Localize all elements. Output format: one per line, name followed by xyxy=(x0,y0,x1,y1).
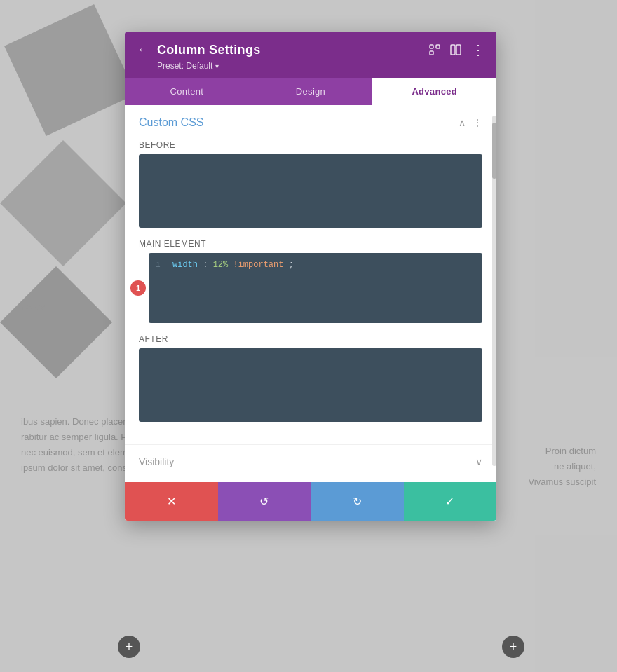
panel-tabs: Content Design Advanced xyxy=(125,78,496,105)
undo-icon: ↺ xyxy=(259,495,269,508)
visibility-header[interactable]: Visibility ∨ xyxy=(139,456,482,467)
css-semicolon: ; xyxy=(289,260,294,270)
panel-body: Custom CSS ∧ ⋮ Before Main Element 1 xyxy=(125,105,496,521)
svg-rect-2 xyxy=(430,51,433,55)
custom-css-section: Custom CSS ∧ ⋮ Before Main Element 1 xyxy=(125,105,496,445)
before-field-group: Before xyxy=(139,140,482,228)
more-options-icon[interactable]: ⋮ xyxy=(471,41,485,58)
panel-header-top: ← Column Settings ⋮ xyxy=(136,41,485,58)
visibility-chevron-icon: ∨ xyxy=(475,456,482,467)
visibility-section: Visibility ∨ xyxy=(125,445,496,479)
cancel-button[interactable]: ✕ xyxy=(125,482,218,521)
code-line-1: 1 width : 12% !important ; xyxy=(156,260,475,270)
main-element-label: Main Element xyxy=(139,239,482,249)
action-bar: ✕ ↺ ↻ ✓ xyxy=(125,482,496,521)
split-view-icon[interactable] xyxy=(450,44,461,55)
panel-title: Column Settings xyxy=(157,43,261,57)
notification-badge: 1 xyxy=(130,280,146,296)
tab-content[interactable]: Content xyxy=(125,78,249,105)
preset-arrow-icon: ▾ xyxy=(215,62,219,70)
css-colon: : xyxy=(203,260,212,270)
css-important: !important xyxy=(233,260,283,270)
tab-advanced[interactable]: Advanced xyxy=(372,78,496,105)
after-label: After xyxy=(139,334,482,344)
scrollbar-thumb xyxy=(492,123,496,179)
after-editor[interactable] xyxy=(139,348,482,422)
main-element-editor[interactable]: 1 width : 12% !important ; xyxy=(149,253,482,323)
tab-design[interactable]: Design xyxy=(249,78,373,105)
preset-label: Preset: Default xyxy=(157,61,212,71)
preset-selector[interactable]: Preset: Default ▾ xyxy=(136,61,485,71)
line-number: 1 xyxy=(156,260,164,269)
add-left-button[interactable]: + xyxy=(118,636,140,658)
add-right-button[interactable]: + xyxy=(502,636,524,658)
css-value: 12% xyxy=(213,260,229,270)
panel-title-area: ← Column Settings xyxy=(136,43,261,57)
after-field-group: After xyxy=(139,334,482,422)
expand-icon[interactable] xyxy=(429,44,440,55)
back-button[interactable]: ← xyxy=(136,43,150,57)
visibility-title: Visibility xyxy=(139,456,174,467)
svg-rect-4 xyxy=(456,45,461,55)
main-element-field-group: Main Element 1 1 width : 12% !important … xyxy=(139,239,482,323)
section-title: Custom CSS xyxy=(139,116,203,129)
panel-header: ← Column Settings ⋮ xyxy=(125,32,496,78)
add-right-icon: + xyxy=(510,640,517,654)
panel-scrollbar[interactable] xyxy=(492,116,496,466)
collapse-section-icon[interactable]: ∧ xyxy=(459,117,466,128)
before-label: Before xyxy=(139,140,482,150)
section-header: Custom CSS ∧ ⋮ xyxy=(139,116,482,129)
undo-button[interactable]: ↺ xyxy=(218,482,311,521)
before-editor[interactable] xyxy=(139,154,482,228)
save-icon: ✓ xyxy=(445,495,454,508)
redo-button[interactable]: ↻ xyxy=(311,482,404,521)
add-left-icon: + xyxy=(126,640,133,654)
section-more-icon[interactable]: ⋮ xyxy=(473,117,482,128)
svg-rect-1 xyxy=(436,45,440,48)
column-settings-panel: ← Column Settings ⋮ xyxy=(125,32,496,521)
save-button[interactable]: ✓ xyxy=(404,482,497,521)
svg-rect-3 xyxy=(451,45,455,55)
svg-rect-0 xyxy=(430,45,433,48)
line-content: width : 12% !important ; xyxy=(172,260,294,270)
section-actions: ∧ ⋮ xyxy=(459,117,482,128)
cancel-icon: ✕ xyxy=(167,495,176,508)
redo-icon: ↻ xyxy=(353,495,362,508)
panel-header-icons: ⋮ xyxy=(429,41,485,58)
css-property: width xyxy=(172,260,198,270)
main-element-wrapper: 1 1 width : 12% !important ; xyxy=(139,253,482,323)
